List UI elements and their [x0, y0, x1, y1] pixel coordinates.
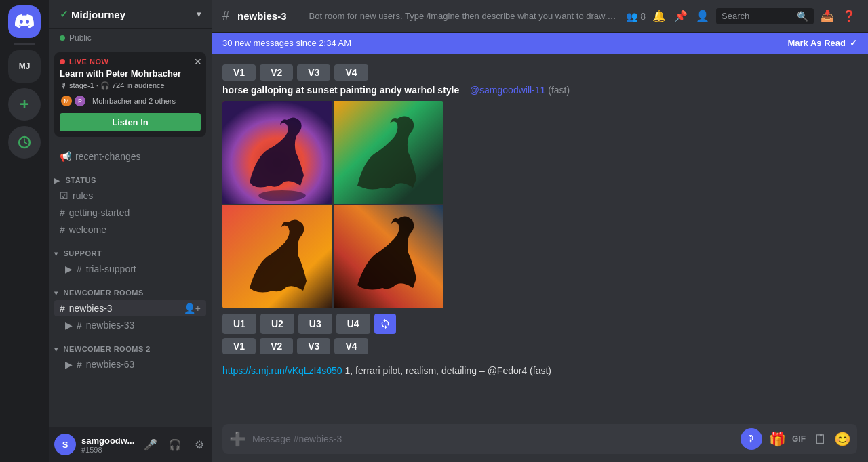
server-sidebar: MJ +: [0, 0, 49, 462]
variation-buttons-top: V1 V2 V3 V4: [222, 64, 857, 81]
avatar-initials: S: [62, 440, 68, 450]
add-server-button[interactable]: +: [8, 88, 41, 121]
gift-button[interactable]: 🎁: [768, 429, 787, 448]
channel-recent-changes[interactable]: 📢 recent-changes: [54, 148, 206, 165]
v2-button-bottom[interactable]: V2: [260, 338, 293, 354]
channel-newbies-33[interactable]: ▶ # newbies-33: [54, 317, 206, 333]
hash-icon-welcome: #: [60, 224, 65, 235]
user-controls: 🎤 🎧 ⚙: [140, 434, 210, 455]
listen-in-button[interactable]: Listen In: [60, 113, 201, 131]
channel-header-description: Bot room for new users. Type /imagine th…: [309, 11, 618, 21]
server-icon-midjourney[interactable]: MJ: [8, 50, 41, 83]
v2-button-top[interactable]: V2: [260, 64, 293, 81]
member-count: 8: [640, 11, 646, 22]
upscale-buttons-row: U1 U2 U3 U4: [222, 314, 857, 334]
link-rest-text: 1, ferrari pilot, realism, detailing: [345, 365, 477, 376]
newcomer-chevron-icon: ▾: [54, 289, 58, 297]
v1-button-bottom[interactable]: V1: [222, 338, 256, 354]
hash-icon-trial: #: [77, 264, 82, 274]
message-group-2: https://s.mj.run/vKqLzI4s050 1, ferrari …: [222, 365, 857, 376]
category-name-newcomer-rooms: NEWCOMER ROOMS: [64, 289, 144, 297]
category-newcomer-rooms[interactable]: ▾ NEWCOMER ROOMS: [49, 278, 212, 299]
mark-read-label: Mark As Read: [788, 38, 846, 48]
notification-bar: 30 new messages since 2:34 AM Mark As Re…: [212, 33, 868, 54]
public-status-dot: [60, 35, 65, 41]
pin-button[interactable]: 📌: [673, 8, 689, 24]
live-banner: LIVE NOW Learn with Peter Mohrbacher 🎙 s…: [54, 52, 206, 137]
megaphone-icon: 📢: [60, 151, 71, 162]
message-group-1: horse galloping at sunset painting andy …: [222, 85, 857, 354]
v1-button-top[interactable]: V1: [222, 64, 256, 81]
channel-newbies-3[interactable]: # newbies-3 👤+: [54, 300, 206, 316]
messages-area: V1 V2 V3 V4 horse galloping at sunset pa…: [212, 54, 868, 416]
channel-name-newbies-3: newbies-3: [69, 303, 113, 314]
u3-button[interactable]: U3: [298, 314, 332, 334]
checkbox-icon: ☑: [60, 190, 68, 201]
hash-icon-gs: #: [60, 207, 65, 218]
members-list-button[interactable]: 👤: [694, 8, 711, 24]
user-panel: S samgoodw... #1598 🎤 🎧 ⚙: [49, 427, 212, 462]
category-chevron-icon: ▶: [54, 177, 60, 184]
server-check-icon: ✓: [60, 8, 68, 20]
close-banner-button[interactable]: ✕: [194, 56, 202, 67]
voice-indicator[interactable]: 🎙: [741, 428, 762, 450]
image-cell-1[interactable]: [222, 101, 332, 204]
search-input[interactable]: [722, 11, 793, 21]
mark-as-read-button[interactable]: Mark As Read ✓: [788, 38, 858, 48]
user-discriminator: #1598: [81, 446, 134, 454]
user-avatar: S: [54, 434, 76, 455]
sticker-button[interactable]: 🗒: [811, 429, 830, 448]
channel-getting-started[interactable]: # getting-started: [54, 205, 206, 221]
inbox-button[interactable]: 📥: [819, 8, 835, 24]
discover-button[interactable]: [8, 126, 41, 159]
message-prompt-1: horse galloping at sunset painting andy …: [222, 85, 857, 96]
headphone-button[interactable]: 🎧: [164, 434, 186, 455]
help-button[interactable]: ❓: [841, 8, 857, 24]
category-support[interactable]: ▾ SUPPORT: [49, 238, 212, 260]
u4-button[interactable]: U4: [336, 314, 370, 334]
server-icon-discord[interactable]: [8, 5, 41, 38]
live-meta: 🎙 stage-1 · 🎧 724 in audience: [60, 81, 201, 90]
message-link[interactable]: https://s.mj.run/vKqLzI4s050: [222, 365, 342, 376]
right-input-buttons: 🎁 GIF 🗒 😊: [768, 429, 852, 448]
mute-button[interactable]: 🔔: [651, 8, 667, 24]
message-input[interactable]: [252, 434, 735, 444]
header-divider: [298, 8, 298, 24]
server-chevron-icon: ▾: [197, 9, 201, 19]
user-info: samgoodw... #1598: [81, 436, 134, 454]
add-attachment-button[interactable]: ➕: [228, 429, 247, 448]
image-cell-2[interactable]: [334, 101, 443, 204]
channel-newbies-63[interactable]: ▶ # newbies-63: [54, 356, 206, 373]
channel-trial-support[interactable]: ▶ # trial-support: [54, 261, 206, 277]
channel-name-newbies-63: newbies-63: [86, 359, 135, 370]
category-newcomer-rooms-2[interactable]: ▾ NEWCOMER ROOMS 2: [49, 334, 212, 356]
server-header[interactable]: ✓ Midjourney ▾: [49, 0, 212, 29]
image-cell-4[interactable]: [334, 205, 443, 308]
support-chevron-icon: ▾: [54, 250, 58, 257]
u1-button[interactable]: U1: [222, 314, 256, 334]
channel-name-recent-changes: recent-changes: [75, 151, 141, 162]
microphone-button[interactable]: 🎤: [140, 434, 161, 455]
v3-button-top[interactable]: V3: [297, 64, 330, 81]
hash-icon-newbies33: #: [77, 320, 82, 331]
channel-rules[interactable]: ☑ rules: [54, 188, 206, 204]
category-status[interactable]: ▶ STATUS: [49, 165, 212, 187]
emoji-button[interactable]: 😊: [833, 429, 852, 448]
v4-button-top[interactable]: V4: [334, 64, 368, 81]
u2-button[interactable]: U2: [260, 314, 294, 334]
settings-button[interactable]: ⚙: [189, 434, 210, 455]
mark-read-checkmark-icon: ✓: [850, 38, 857, 48]
svg-point-2: [258, 190, 306, 201]
refresh-button[interactable]: [374, 314, 396, 334]
live-badge-text: LIVE NOW: [69, 58, 108, 66]
chevron-63-icon: ▶: [65, 359, 73, 370]
add-user-icon[interactable]: 👤+: [184, 303, 201, 314]
v4-button-bottom[interactable]: V4: [334, 338, 368, 354]
v3-button-bottom[interactable]: V3: [297, 338, 330, 354]
prompt-text-1: horse galloping at sunset painting andy …: [222, 85, 459, 96]
header-actions: 👥 8 🔔 📌 👤 🔍 📥 ❓: [626, 8, 857, 24]
gif-button[interactable]: GIF: [789, 429, 808, 448]
channel-welcome[interactable]: # welcome: [54, 222, 206, 238]
channel-name-trial-support: trial-support: [86, 264, 136, 274]
image-cell-3[interactable]: [222, 205, 332, 308]
